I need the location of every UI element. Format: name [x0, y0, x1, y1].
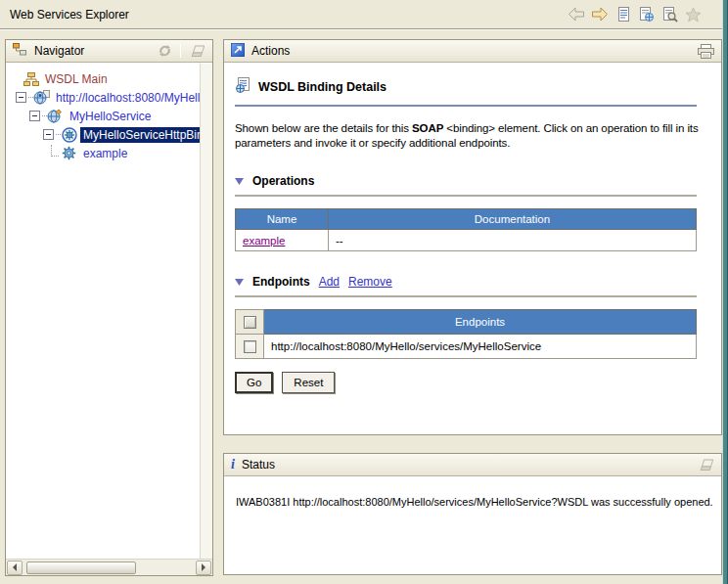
- status-title: Status: [242, 458, 275, 472]
- clear-icon[interactable]: [697, 457, 714, 472]
- service-icon: [47, 109, 64, 124]
- add-endpoint-link[interactable]: Add: [319, 275, 340, 289]
- horizontal-scrollbar: [6, 559, 212, 575]
- page-title: Web Services Explorer: [10, 8, 129, 22]
- tree-item-label: WSDL Main: [42, 71, 111, 87]
- forward-icon[interactable]: [590, 5, 609, 23]
- tree-item-binding[interactable]: MyHelloServiceHttpBinding: [6, 125, 212, 144]
- navigator-tree: WSDL Main http://localhost:8080/MyHello/…: [6, 63, 212, 162]
- binding-details-title: WSDL Binding Details: [258, 80, 387, 94]
- web-services-page-icon[interactable]: [660, 5, 679, 23]
- info-icon: i: [231, 459, 235, 471]
- column-header-endpoints: Endpoints: [264, 310, 697, 335]
- favorites-icon[interactable]: [684, 5, 703, 23]
- tree-item-wsdl-main[interactable]: WSDL Main: [6, 69, 212, 88]
- collapse-twisty-icon[interactable]: [235, 279, 244, 286]
- scroll-left-icon[interactable]: [7, 561, 23, 575]
- toolbar-divider: [180, 44, 181, 58]
- operation-example-link[interactable]: example: [243, 235, 285, 247]
- binding-icon: [61, 127, 77, 143]
- tree-item-label: http://localhost:8080/MyHello/ser: [53, 90, 212, 106]
- actions-title: Actions: [251, 44, 290, 58]
- clear-icon[interactable]: [188, 43, 205, 59]
- column-header-documentation: Documentation: [329, 209, 697, 230]
- operations-title: Operations: [252, 174, 314, 188]
- actions-header: Actions: [224, 40, 721, 63]
- operations-table: Name Documentation example --: [235, 208, 697, 251]
- tree-item-label: example: [80, 146, 130, 161]
- reset-button[interactable]: Reset: [282, 372, 335, 393]
- binding-intro-text: Shown below are the details for this SOA…: [235, 121, 710, 151]
- endpoints-table: Endpoints http://localhost:8080/MyHello/…: [235, 309, 697, 359]
- operations-divider: [235, 195, 697, 197]
- operation-icon: [61, 146, 77, 161]
- endpoints-section-head: Endpoints Add Remove: [235, 275, 709, 289]
- endpoints-divider: [235, 295, 697, 297]
- operations-section-head: Operations: [235, 174, 709, 188]
- endpoint-row: http://localhost:8080/MyHello/services/M…: [236, 335, 697, 359]
- tree-item-wsdl-url[interactable]: http://localhost:8080/MyHello/ser: [6, 88, 212, 107]
- status-panel: i Status IWAB0381I http://localhost:8080…: [223, 453, 722, 575]
- actions-body: WSDL Binding Details Shown below are the…: [224, 63, 721, 393]
- wsdl-binding-details-icon: [235, 77, 251, 96]
- scroll-right-icon[interactable]: [196, 561, 211, 575]
- wsdl-main-icon: [23, 71, 39, 87]
- operation-row: example --: [236, 230, 697, 251]
- heading-divider: [235, 105, 697, 107]
- select-all-checkbox[interactable]: [244, 316, 256, 329]
- endpoint-checkbox[interactable]: [244, 340, 256, 353]
- status-header: i Status: [224, 454, 721, 476]
- collapse-expander-icon[interactable]: [43, 129, 54, 140]
- binding-details-heading-row: WSDL Binding Details: [235, 77, 709, 96]
- actions-icon: [231, 43, 245, 60]
- window-edge: [722, 0, 728, 584]
- endpoints-title: Endpoints: [252, 275, 310, 289]
- endpoint-buttons: Go Reset: [235, 372, 709, 393]
- status-message: IWAB0381I http://localhost:8080/MyHello/…: [224, 476, 721, 508]
- navigator-icon: [13, 43, 27, 59]
- refresh-icon[interactable]: [156, 43, 173, 59]
- tree-item-operation[interactable]: example: [6, 144, 212, 162]
- actions-panel: Actions WSDL Binding Details Shown below…: [223, 39, 722, 435]
- explorer-header: Web Services Explorer: [0, 0, 722, 29]
- navigator-header: Navigator: [6, 40, 212, 63]
- go-button[interactable]: Go: [235, 372, 273, 393]
- endpoint-url: http://localhost:8080/MyHello/services/M…: [264, 335, 697, 359]
- back-icon[interactable]: [567, 5, 585, 23]
- tree-connector: [51, 145, 59, 157]
- uddi-page-icon[interactable]: [637, 5, 656, 23]
- collapse-expander-icon[interactable]: [16, 92, 26, 103]
- scrollbar-thumb[interactable]: [26, 562, 136, 574]
- vertical-scrollbar[interactable]: [200, 64, 212, 559]
- tree-item-label: MyHelloService: [67, 109, 154, 124]
- print-icon[interactable]: [697, 43, 714, 59]
- navigator-title: Navigator: [34, 44, 84, 58]
- navigator-panel: Navigator WSDL Main: [5, 39, 213, 576]
- endpoint-checkbox-cell: [236, 335, 264, 359]
- select-all-cell: [236, 310, 264, 335]
- tree-item-label: MyHelloServiceHttpBinding: [80, 127, 212, 143]
- column-header-name: Name: [236, 209, 329, 230]
- collapse-twisty-icon[interactable]: [235, 178, 244, 185]
- wsdl-page-icon[interactable]: [614, 5, 632, 23]
- remove-endpoint-link[interactable]: Remove: [348, 275, 392, 289]
- collapse-expander-icon[interactable]: [29, 111, 40, 121]
- operation-documentation: --: [329, 230, 697, 251]
- explorer-toolbar: [567, 5, 703, 23]
- tree-item-service[interactable]: MyHelloService: [6, 107, 212, 125]
- wsdl-document-icon: [33, 90, 50, 106]
